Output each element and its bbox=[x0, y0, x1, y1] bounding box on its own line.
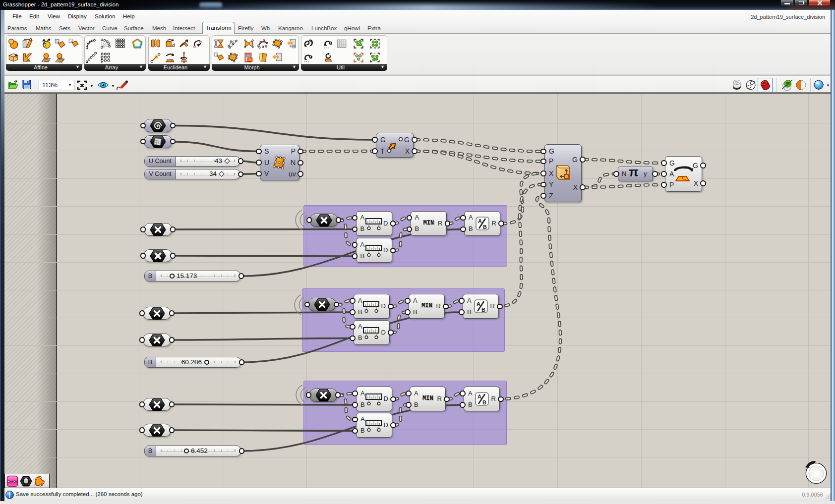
svg-text:B: B bbox=[482, 399, 486, 405]
svg-text:A: A bbox=[478, 218, 482, 224]
svg-text:A: A bbox=[477, 301, 480, 307]
svg-text:A: A bbox=[477, 393, 481, 399]
svg-text:B: B bbox=[483, 224, 487, 230]
svg-text:B: B bbox=[481, 307, 485, 313]
